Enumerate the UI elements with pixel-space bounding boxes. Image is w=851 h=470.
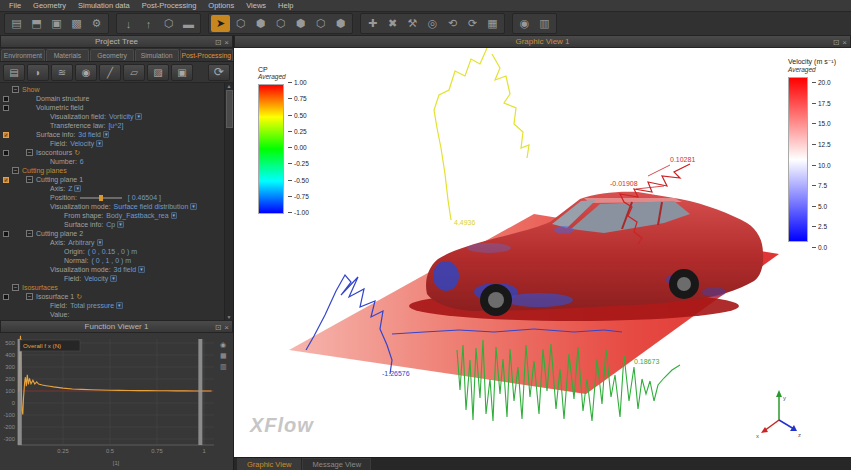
dropdown-arrow-icon[interactable]: ▾ — [117, 221, 124, 228]
tree-value[interactable]: Z▾ — [68, 185, 81, 192]
capture-tool-icon[interactable]: ▣ — [171, 64, 193, 81]
view-tab-message-view[interactable]: Message View — [302, 458, 371, 470]
plot-tool-icon-2[interactable]: ▦ — [220, 352, 227, 359]
animation-icon[interactable]: ▦ — [483, 15, 502, 32]
tree-row-surface-info[interactable]: Surface info:Cp▾ — [0, 220, 233, 229]
graphic-view-canvas[interactable]: y x z CP Averaged 1.000.750.500.250.00-0… — [234, 48, 851, 457]
range-handle-left[interactable] — [18, 339, 22, 445]
tree-value[interactable]: Cp▾ — [106, 221, 123, 228]
tree-row-number[interactable]: Number:6 — [0, 157, 233, 166]
tab-environment[interactable]: Environment — [1, 49, 45, 61]
scene-3d[interactable]: y x z — [234, 48, 851, 456]
menu-post-processing[interactable]: Post-Processing — [137, 1, 202, 10]
plot-tool-icon-3[interactable]: ▥ — [220, 363, 227, 370]
collapse-expander-icon[interactable]: − — [26, 149, 33, 156]
tree-row-normal[interactable]: Normal:( 0 , 1 , 0 ) m — [0, 256, 233, 265]
tree-row-field[interactable]: Field:Velocity▾ — [0, 274, 233, 283]
graphic-view-titlebar[interactable]: Graphic View 1 ⊡× — [234, 35, 851, 48]
tree-row-origin[interactable]: Origin:( 0 , 0.15 , 0 ) m — [0, 247, 233, 256]
scroll-up-icon[interactable]: ▲ — [227, 83, 232, 89]
menu-geometry[interactable]: Geometry — [28, 1, 71, 10]
dropdown-arrow-icon[interactable]: ▾ — [190, 203, 197, 210]
position-slider[interactable] — [80, 197, 122, 199]
tab-simulation[interactable]: Simulation — [135, 49, 179, 61]
collapse-expander-icon[interactable]: − — [12, 86, 19, 93]
tree-row-visualization-field[interactable]: Visualization field:Vorticity▾ — [0, 112, 233, 121]
tree-value[interactable]: Total pressure▾ — [70, 302, 122, 309]
save-icon[interactable]: ▣ — [47, 15, 66, 32]
tree-value[interactable]: Vorticity▾ — [109, 113, 142, 120]
checkbox[interactable] — [3, 105, 9, 111]
refresh-tool-icon[interactable]: ⟳ — [208, 64, 230, 81]
collapse-expander-icon[interactable]: − — [26, 176, 33, 183]
fit-view-icon[interactable]: ⬢ — [291, 15, 310, 32]
menu-simulation-data[interactable]: Simulation data — [73, 1, 135, 10]
function-viewer-icon[interactable]: ▥ — [535, 15, 554, 32]
import-icon[interactable]: ↓ — [119, 15, 138, 32]
line-probe-tool-icon[interactable]: ╱ — [99, 64, 121, 81]
menu-help[interactable]: Help — [273, 1, 298, 10]
collapse-expander-icon[interactable]: − — [26, 293, 33, 300]
refresh-icon[interactable]: ↻ — [74, 149, 80, 157]
function-viewer-titlebar[interactable]: Function Viewer 1 ⊡× — [0, 320, 233, 333]
tree-row-isocontours[interactable]: −Isocontours↻ — [0, 148, 233, 157]
close-icon[interactable]: × — [224, 321, 229, 334]
open-project-icon[interactable]: ⬒ — [27, 15, 46, 32]
graphic-view-icon[interactable]: ◉ — [515, 15, 534, 32]
close-icon[interactable]: × — [224, 36, 229, 49]
tree-row-from-shape[interactable]: From shape:Body_Fastback_rea▾ — [0, 211, 233, 220]
streamlines-tool-icon[interactable]: ≋ — [51, 64, 73, 81]
float-window-icon[interactable]: ⊡ — [215, 321, 222, 334]
menu-options[interactable]: Options — [203, 1, 239, 10]
tree-row-show[interactable]: −Show — [0, 85, 233, 94]
collapse-icon[interactable]: ▬ — [179, 15, 198, 32]
tree-value[interactable]: 3d field▾ — [78, 131, 109, 138]
tree-row-field[interactable]: Field:Velocity▾ — [0, 139, 233, 148]
dropdown-arrow-icon[interactable]: ▾ — [138, 266, 145, 273]
settings-gear-icon[interactable]: ⚙ — [87, 15, 106, 32]
collapse-expander-icon[interactable]: − — [12, 167, 19, 174]
dropdown-arrow-icon[interactable]: ▾ — [135, 113, 142, 120]
tab-post-processing[interactable]: Post-Processing — [180, 49, 234, 61]
tree-row-cutting-plane-2[interactable]: −Cutting plane 2 — [0, 229, 233, 238]
tree-row-surface-info[interactable]: ✓Surface info:3d field▾ — [0, 130, 233, 139]
package-icon[interactable]: ⬡ — [159, 15, 178, 32]
surface-tool-icon[interactable]: ◗ — [27, 64, 49, 81]
tab-geometry[interactable]: Geometry — [90, 49, 134, 61]
dropdown-arrow-icon[interactable]: ▾ — [110, 275, 117, 282]
slider-thumb[interactable] — [99, 195, 103, 201]
perspective-view-icon[interactable]: ⬡ — [311, 15, 330, 32]
collapse-expander-icon[interactable]: − — [26, 230, 33, 237]
dropdown-arrow-icon[interactable]: ▾ — [171, 212, 178, 219]
plot-tool-icon-1[interactable]: ◉ — [220, 341, 226, 348]
function-plot[interactable]: 5004003002001000-100-200-3000.250.50.751… — [0, 333, 233, 470]
project-tree-titlebar[interactable]: Project Tree ⊡× — [0, 35, 233, 48]
export-icon[interactable]: ↑ — [139, 15, 158, 32]
dropdown-arrow-icon[interactable]: ▾ — [74, 185, 81, 192]
orbit-view-icon[interactable]: ⬡ — [231, 15, 250, 32]
checkbox[interactable] — [3, 294, 9, 300]
view-tab-graphic-view[interactable]: Graphic View — [237, 458, 301, 470]
tree-row-axis[interactable]: Axis:Z▾ — [0, 184, 233, 193]
tree-row-domain-structure[interactable]: Domain structure — [0, 94, 233, 103]
checkbox[interactable]: ✓ — [3, 177, 9, 183]
tree-scrollbar[interactable]: ▲ ▼ — [224, 83, 233, 320]
domain-tool-icon[interactable]: ▤ — [3, 64, 25, 81]
collapse-expander-icon[interactable]: − — [12, 284, 19, 291]
tree-row-isosurfaces[interactable]: −Isosurfaces — [0, 283, 233, 292]
dropdown-arrow-icon[interactable]: ▾ — [97, 239, 104, 246]
checkbox[interactable] — [3, 150, 9, 156]
float-window-icon[interactable]: ⊡ — [215, 36, 222, 49]
tree-row-visualization-mode[interactable]: Visualization mode:Surface field distrib… — [0, 202, 233, 211]
tab-materials[interactable]: Materials — [46, 49, 90, 61]
tools-wrench-icon[interactable]: ⚒ — [403, 15, 422, 32]
points-tool-icon[interactable]: ◉ — [75, 64, 97, 81]
refresh-icon[interactable]: ↻ — [76, 293, 82, 301]
select-cursor-icon[interactable]: ➤ — [211, 15, 230, 32]
move-shape-icon[interactable]: ✚ — [363, 15, 382, 32]
rotate-cw-icon[interactable]: ⟳ — [463, 15, 482, 32]
pan-view-icon[interactable]: ⬢ — [251, 15, 270, 32]
tree-value[interactable]: Velocity▾ — [70, 140, 103, 147]
delete-shape-icon[interactable]: ✖ — [383, 15, 402, 32]
tree-row-cutting-planes[interactable]: −Cutting planes — [0, 166, 233, 175]
